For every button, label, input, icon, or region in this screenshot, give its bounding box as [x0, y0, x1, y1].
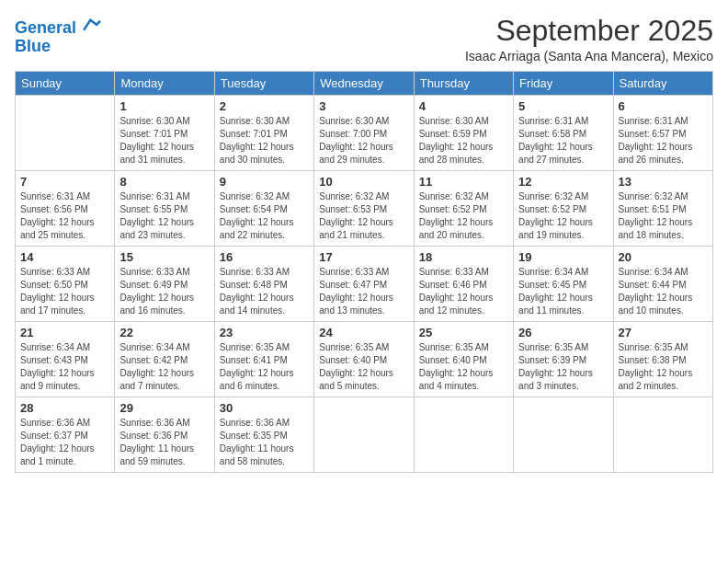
day-number: 29	[119, 401, 209, 415]
subtitle: Isaac Arriaga (Santa Ana Mancera), Mexic…	[465, 49, 713, 63]
day-info: Sunrise: 6:32 AM Sunset: 6:52 PM Dayligh…	[419, 190, 508, 242]
day-info: Sunrise: 6:32 AM Sunset: 6:53 PM Dayligh…	[319, 190, 408, 242]
day-number: 10	[319, 175, 408, 189]
day-number: 17	[319, 250, 408, 264]
day-number: 2	[220, 99, 309, 113]
calendar-cell: 13Sunrise: 6:32 AM Sunset: 6:51 PM Dayli…	[613, 171, 712, 247]
day-info: Sunrise: 6:34 AM Sunset: 6:45 PM Dayligh…	[518, 266, 608, 317]
calendar-cell: 4Sunrise: 6:30 AM Sunset: 6:59 PM Daylig…	[414, 96, 513, 171]
calendar-cell: 23Sunrise: 6:35 AM Sunset: 6:41 PM Dayli…	[214, 322, 313, 397]
calendar-cell: 29Sunrise: 6:36 AM Sunset: 6:36 PM Dayli…	[115, 397, 214, 473]
calendar-cell: 11Sunrise: 6:32 AM Sunset: 6:52 PM Dayli…	[414, 171, 513, 247]
day-info: Sunrise: 6:33 AM Sunset: 6:46 PM Dayligh…	[419, 266, 508, 317]
header: General Blue September 2025 Isaac Arriag…	[15, 15, 713, 63]
calendar-cell	[514, 397, 613, 473]
day-number: 27	[619, 326, 708, 339]
day-number: 12	[518, 175, 608, 189]
day-number: 18	[419, 250, 508, 264]
column-header-friday: Friday	[514, 72, 613, 96]
day-info: Sunrise: 6:36 AM Sunset: 6:35 PM Dayligh…	[220, 417, 309, 468]
calendar-cell: 25Sunrise: 6:35 AM Sunset: 6:40 PM Dayli…	[414, 322, 513, 397]
calendar-cell	[314, 397, 414, 473]
calendar-cell: 21Sunrise: 6:34 AM Sunset: 6:43 PM Dayli…	[16, 322, 115, 397]
day-info: Sunrise: 6:34 AM Sunset: 6:42 PM Dayligh…	[119, 341, 209, 393]
column-header-thursday: Thursday	[414, 72, 513, 96]
day-info: Sunrise: 6:36 AM Sunset: 6:36 PM Dayligh…	[119, 417, 209, 468]
day-number: 9	[220, 175, 309, 189]
day-number: 28	[20, 401, 109, 415]
calendar-header: SundayMondayTuesdayWednesdayThursdayFrid…	[16, 72, 713, 96]
day-info: Sunrise: 6:35 AM Sunset: 6:40 PM Dayligh…	[419, 341, 508, 393]
calendar-cell: 6Sunrise: 6:31 AM Sunset: 6:57 PM Daylig…	[613, 96, 712, 171]
day-number: 11	[419, 175, 508, 189]
day-info: Sunrise: 6:32 AM Sunset: 6:51 PM Dayligh…	[619, 190, 708, 242]
day-number: 15	[119, 250, 209, 264]
day-info: Sunrise: 6:35 AM Sunset: 6:41 PM Dayligh…	[220, 341, 309, 393]
calendar-cell: 27Sunrise: 6:35 AM Sunset: 6:38 PM Dayli…	[613, 322, 712, 397]
calendar-cell: 20Sunrise: 6:34 AM Sunset: 6:44 PM Dayli…	[613, 247, 712, 322]
day-info: Sunrise: 6:30 AM Sunset: 7:01 PM Dayligh…	[220, 115, 309, 167]
logo-blue: Blue	[15, 38, 101, 56]
calendar-cell: 30Sunrise: 6:36 AM Sunset: 6:35 PM Dayli…	[214, 397, 313, 473]
calendar-cell: 14Sunrise: 6:33 AM Sunset: 6:50 PM Dayli…	[16, 247, 115, 322]
day-info: Sunrise: 6:33 AM Sunset: 6:49 PM Dayligh…	[119, 266, 209, 317]
week-row-1: 1Sunrise: 6:30 AM Sunset: 7:01 PM Daylig…	[16, 96, 713, 171]
day-number: 1	[119, 99, 209, 113]
title-area: September 2025 Isaac Arriaga (Santa Ana …	[465, 15, 713, 63]
week-row-3: 14Sunrise: 6:33 AM Sunset: 6:50 PM Dayli…	[16, 247, 713, 322]
calendar-cell: 28Sunrise: 6:36 AM Sunset: 6:37 PM Dayli…	[16, 397, 115, 473]
calendar-cell	[414, 397, 513, 473]
day-number: 23	[220, 326, 309, 339]
calendar-cell: 15Sunrise: 6:33 AM Sunset: 6:49 PM Dayli…	[115, 247, 214, 322]
day-info: Sunrise: 6:36 AM Sunset: 6:37 PM Dayligh…	[20, 417, 109, 468]
calendar-cell: 22Sunrise: 6:34 AM Sunset: 6:42 PM Dayli…	[115, 322, 214, 397]
calendar-cell: 19Sunrise: 6:34 AM Sunset: 6:45 PM Dayli…	[514, 247, 613, 322]
calendar-cell: 2Sunrise: 6:30 AM Sunset: 7:01 PM Daylig…	[214, 96, 313, 171]
day-info: Sunrise: 6:32 AM Sunset: 6:54 PM Dayligh…	[220, 190, 309, 242]
calendar-cell	[16, 96, 115, 171]
day-number: 26	[518, 326, 608, 339]
column-header-saturday: Saturday	[613, 72, 712, 96]
day-info: Sunrise: 6:35 AM Sunset: 6:39 PM Dayligh…	[518, 341, 608, 393]
day-number: 8	[119, 175, 209, 189]
day-number: 3	[319, 99, 408, 113]
calendar-cell: 1Sunrise: 6:30 AM Sunset: 7:01 PM Daylig…	[115, 96, 214, 171]
calendar-cell: 5Sunrise: 6:31 AM Sunset: 6:58 PM Daylig…	[514, 96, 613, 171]
calendar-cell: 16Sunrise: 6:33 AM Sunset: 6:48 PM Dayli…	[214, 247, 313, 322]
calendar-body: 1Sunrise: 6:30 AM Sunset: 7:01 PM Daylig…	[16, 96, 713, 473]
day-number: 16	[220, 250, 309, 264]
month-title: September 2025	[465, 15, 713, 47]
day-info: Sunrise: 6:35 AM Sunset: 6:40 PM Dayligh…	[319, 341, 408, 393]
calendar-cell: 24Sunrise: 6:35 AM Sunset: 6:40 PM Dayli…	[314, 322, 414, 397]
day-number: 14	[20, 250, 109, 264]
day-info: Sunrise: 6:31 AM Sunset: 6:55 PM Dayligh…	[119, 190, 209, 242]
day-info: Sunrise: 6:33 AM Sunset: 6:50 PM Dayligh…	[20, 266, 109, 317]
day-info: Sunrise: 6:30 AM Sunset: 7:00 PM Dayligh…	[319, 115, 408, 167]
day-info: Sunrise: 6:33 AM Sunset: 6:48 PM Dayligh…	[220, 266, 309, 317]
day-info: Sunrise: 6:33 AM Sunset: 6:47 PM Dayligh…	[319, 266, 408, 317]
day-info: Sunrise: 6:30 AM Sunset: 6:59 PM Dayligh…	[419, 115, 508, 167]
column-header-wednesday: Wednesday	[314, 72, 414, 96]
day-number: 25	[419, 326, 508, 339]
calendar-cell: 12Sunrise: 6:32 AM Sunset: 6:52 PM Dayli…	[514, 171, 613, 247]
day-number: 7	[20, 175, 109, 189]
day-info: Sunrise: 6:31 AM Sunset: 6:57 PM Dayligh…	[619, 115, 708, 167]
day-info: Sunrise: 6:34 AM Sunset: 6:43 PM Dayligh…	[20, 341, 109, 393]
logo: General Blue	[15, 15, 101, 56]
day-number: 6	[619, 99, 708, 113]
calendar-cell	[613, 397, 712, 473]
calendar-cell: 26Sunrise: 6:35 AM Sunset: 6:39 PM Dayli…	[514, 322, 613, 397]
day-number: 4	[419, 99, 508, 113]
day-number: 20	[619, 250, 708, 264]
logo-text: General	[15, 15, 101, 38]
day-number: 30	[220, 401, 309, 415]
day-number: 24	[319, 326, 408, 339]
calendar-cell: 9Sunrise: 6:32 AM Sunset: 6:54 PM Daylig…	[214, 171, 313, 247]
day-info: Sunrise: 6:32 AM Sunset: 6:52 PM Dayligh…	[518, 190, 608, 242]
calendar-table: SundayMondayTuesdayWednesdayThursdayFrid…	[15, 71, 713, 473]
calendar-cell: 3Sunrise: 6:30 AM Sunset: 7:00 PM Daylig…	[314, 96, 414, 171]
week-row-4: 21Sunrise: 6:34 AM Sunset: 6:43 PM Dayli…	[16, 322, 713, 397]
calendar-cell: 7Sunrise: 6:31 AM Sunset: 6:56 PM Daylig…	[16, 171, 115, 247]
day-number: 21	[20, 326, 109, 339]
calendar-cell: 17Sunrise: 6:33 AM Sunset: 6:47 PM Dayli…	[314, 247, 414, 322]
